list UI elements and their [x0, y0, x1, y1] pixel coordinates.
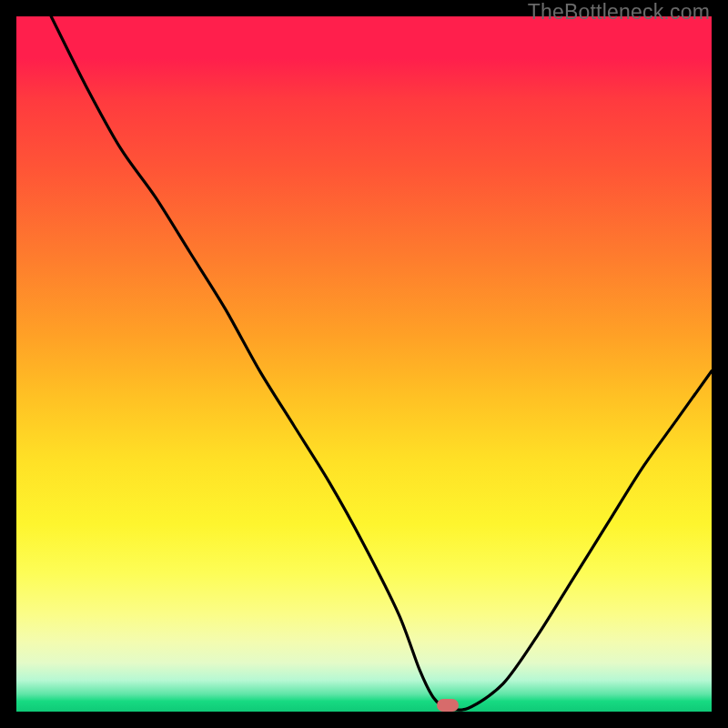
watermark-text: TheBottleneck.com: [528, 0, 710, 25]
chart-frame: TheBottleneck.com: [0, 0, 728, 728]
optimal-marker: [437, 699, 459, 712]
bottleneck-curve: [16, 16, 712, 712]
plot-area: [16, 16, 712, 712]
curve-path: [51, 16, 712, 710]
